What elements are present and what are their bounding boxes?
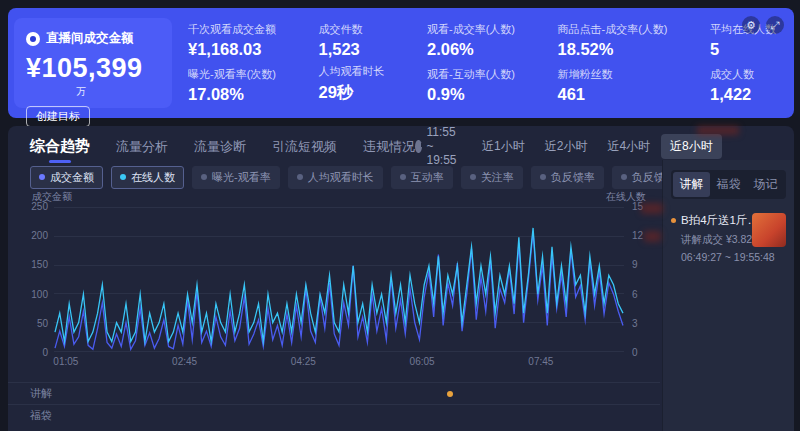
create-goal-button[interactable]: 创建目标	[26, 106, 90, 127]
metric-column: 成交件数1,523人均观看时长29秒	[319, 20, 385, 108]
chip-关注率[interactable]: 关注率	[461, 166, 523, 189]
chip-成交金额[interactable]: 成交金额	[30, 166, 103, 189]
y-tick-right: 0	[632, 347, 638, 358]
event-lanes: 讲解福袋	[8, 382, 660, 426]
primary-metric-title: 直播间成交金额	[26, 30, 160, 47]
nav-tabs: 综合趋势流量分析流量诊断引流短视频违规情况	[30, 137, 415, 156]
primary-metric-card: 直播间成交金额 ¥105,399 万 创建目标	[14, 18, 172, 108]
metric: 新增粉丝数461	[558, 67, 668, 104]
chip-负反馈率[interactable]: 负反馈率	[531, 166, 604, 189]
y-tick-right: 9	[632, 259, 638, 270]
target-icon	[26, 32, 40, 46]
metric: 观看-互动率(人数)0.9%	[427, 67, 515, 104]
artifact-smudge	[641, 203, 663, 214]
time-button-近8小时[interactable]: 近8小时	[661, 134, 722, 159]
plot-area[interactable]: 05010015020025003691215	[54, 206, 624, 352]
tab-流量诊断[interactable]: 流量诊断	[194, 138, 246, 156]
metric-label: 人均观看时长	[319, 64, 385, 79]
chip-dot-icon	[621, 174, 627, 180]
metric: 观看-成交率(人数)2.06%	[427, 22, 515, 59]
metric: 曝光-观看率(次数)17.08%	[188, 67, 276, 104]
section-nav: 综合趋势流量分析流量诊断引流短视频违规情况 11:55 ~ 19:55 近1小时…	[8, 126, 662, 160]
y-tick-right: 3	[632, 317, 638, 328]
chip-label: 曝光-观看率	[212, 170, 271, 185]
metric-column: 观看-成交率(人数)2.06%观看-互动率(人数)0.9%	[427, 20, 515, 108]
time-range-text: 11:55 ~ 19:55	[427, 126, 464, 167]
metric-value: 29秒	[319, 82, 385, 104]
primary-metric-unit: 万	[26, 85, 136, 99]
chip-label: 互动率	[411, 170, 444, 185]
metric: 人均观看时长29秒	[319, 64, 385, 104]
metric-value: 1,523	[319, 40, 385, 59]
tab-引流短视频[interactable]: 引流短视频	[272, 138, 337, 156]
metric: 成交件数1,523	[319, 22, 385, 59]
chip-曝光-观看率[interactable]: 曝光-观看率	[192, 166, 280, 189]
chip-dot-icon	[540, 174, 546, 180]
x-tick: 07:45	[528, 356, 553, 367]
time-range: 11:55 ~ 19:55	[415, 126, 463, 167]
chip-dot-icon	[470, 174, 476, 180]
gear-icon[interactable]: ⚙	[742, 16, 760, 34]
chip-在线人数[interactable]: 在线人数	[111, 166, 184, 189]
metric: 成交人数1,422	[710, 67, 776, 104]
metric-label: 观看-互动率(人数)	[427, 67, 515, 82]
y-tick-left: 50	[37, 317, 48, 328]
lane-label: 福袋	[8, 408, 52, 423]
product-thumbnail[interactable]	[752, 213, 786, 247]
metric-label: 千次观看成交金额	[188, 22, 276, 37]
time-button-近1小时[interactable]: 近1小时	[473, 134, 534, 159]
item-title: B拍4斤送1斤共35-4...	[681, 213, 759, 228]
dashboard: 直播间成交金额 ¥105,399 万 创建目标 千次观看成交金额¥1,168.0…	[0, 0, 800, 431]
chip-人均观看时长[interactable]: 人均观看时长	[288, 166, 383, 189]
chip-互动率[interactable]: 互动率	[391, 166, 453, 189]
x-tick: 01:05	[53, 356, 78, 367]
metric-value: 1,422	[710, 85, 776, 104]
y-tick-left: 150	[31, 259, 48, 270]
chip-dot-icon	[297, 174, 303, 180]
explain-item[interactable]: B拍4斤送1斤共35-4... 讲解成交 ¥3.82万 06:49:27 ~ 1…	[671, 213, 786, 263]
sidebar-tab-场记[interactable]: 场记	[747, 172, 784, 197]
tab-违规情况[interactable]: 违规情况	[363, 138, 415, 156]
lane-label: 讲解	[8, 386, 52, 401]
header-metrics-bar: 直播间成交金额 ¥105,399 万 创建目标 千次观看成交金额¥1,168.0…	[8, 8, 794, 118]
chip-label: 负反馈率	[551, 170, 595, 185]
chart-canvas	[54, 206, 624, 352]
metric: 商品点击-成交率(人数)18.52%	[558, 22, 668, 59]
y-tick-right: 6	[632, 288, 638, 299]
chip-dot-icon	[400, 174, 406, 180]
lane-marker-icon[interactable]	[447, 391, 453, 397]
lane-福袋: 福袋	[8, 404, 660, 426]
metric-label: 成交人数	[710, 67, 776, 82]
metric-value: 0.9%	[427, 85, 515, 104]
header-metric-grid: 千次观看成交金额¥1,168.03曝光-观看率(次数)17.08%成交件数1,5…	[186, 18, 780, 108]
artifact-smudge	[697, 126, 739, 135]
metric-value: 17.08%	[188, 85, 276, 104]
metric: 千次观看成交金额¥1,168.03	[188, 22, 276, 59]
time-buttons: 近1小时近2小时近4小时近8小时	[473, 134, 722, 159]
tab-流量分析[interactable]: 流量分析	[116, 138, 168, 156]
metric-label: 曝光-观看率(次数)	[188, 67, 276, 82]
metric-value: 461	[558, 85, 668, 104]
tab-综合趋势[interactable]: 综合趋势	[30, 137, 90, 156]
y-tick-right: 12	[632, 230, 643, 241]
chip-dot-icon	[120, 174, 126, 180]
x-axis-labels: 01:0502:4504:2506:0507:45	[54, 356, 624, 370]
expand-icon[interactable]: ⤢	[766, 16, 784, 34]
x-tick: 04:25	[291, 356, 316, 367]
sidebar-tab-福袋[interactable]: 福袋	[710, 172, 747, 197]
time-button-近2小时[interactable]: 近2小时	[536, 134, 597, 159]
trend-chart: 成交金额 在线人数 05010015020025003691215 01:050…	[8, 190, 660, 431]
chip-dot-icon	[39, 174, 45, 180]
y-tick-left: 250	[31, 201, 48, 212]
sidebar-tab-讲解[interactable]: 讲解	[673, 172, 710, 197]
explain-sidebar: 讲解福袋场记 B拍4斤送1斤共35-4... 讲解成交 ¥3.82万 06:49…	[662, 160, 794, 431]
x-tick: 06:05	[410, 356, 435, 367]
item-bullet-icon	[671, 218, 676, 223]
metric-column: 千次观看成交金额¥1,168.03曝光-观看率(次数)17.08%	[188, 20, 276, 108]
y-tick-left: 100	[31, 288, 48, 299]
y-tick-left: 200	[31, 230, 48, 241]
time-button-近4小时[interactable]: 近4小时	[598, 134, 659, 159]
metric-value: ¥1,168.03	[188, 40, 276, 59]
metric-value: 2.06%	[427, 40, 515, 59]
chip-label: 成交金额	[50, 170, 94, 185]
